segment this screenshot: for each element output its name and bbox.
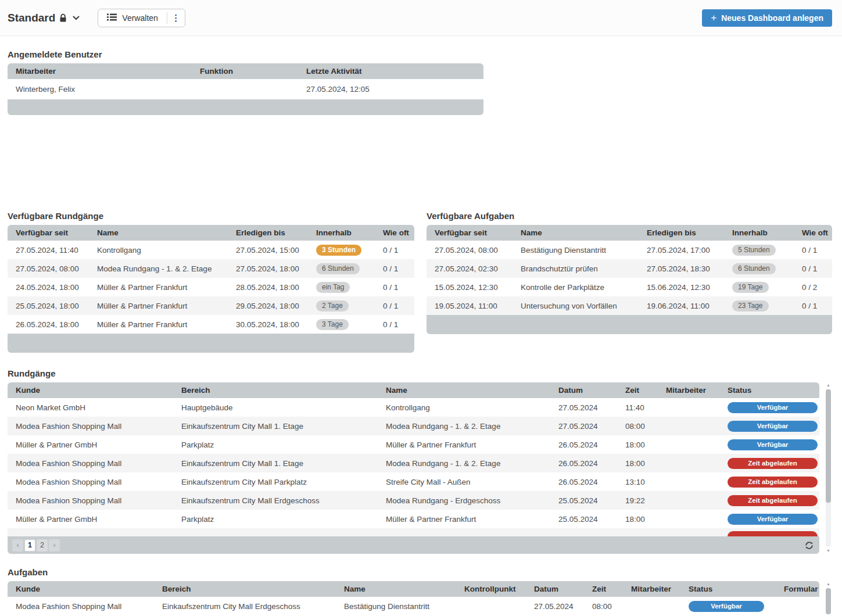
duration-badge: 23 Tage (732, 300, 769, 311)
section-title: Verfügbare Aufgaben (427, 212, 832, 220)
status-badge[interactable] (728, 531, 818, 536)
column-header: Datum (526, 585, 584, 593)
cell-innerhalb: 6 Stunden (308, 263, 375, 274)
cell-kunde: Modea Fashion Shopping Mall (8, 459, 173, 468)
duration-badge: 3 Tage (316, 319, 349, 330)
table-footer: ‹ 1 2 › (8, 536, 819, 554)
scrollbar-up-icon[interactable]: ▲ (826, 382, 830, 388)
cell-innerhalb: 3 Tage (308, 319, 375, 330)
cell-wie-oft: 0 / 1 (375, 320, 414, 329)
table-row[interactable]: Modea Fashion Shopping Mall Einkaufszent… (8, 491, 819, 510)
cell-bis: 30.05.2024, 18:00 (228, 320, 308, 329)
cell-innerhalb: 6 Stunden (724, 263, 794, 274)
cell-bis: 28.05.2024, 18:00 (228, 283, 308, 292)
column-header: Status (723, 386, 819, 395)
cell-innerhalb: 23 Tage (724, 300, 794, 311)
table-header: Kunde Bereich Name Kontrollpunkt Datum Z… (8, 581, 819, 597)
table-row[interactable]: Winterberg, Felix 27.05.2024, 12:05 (8, 79, 483, 99)
cell-seit: 19.05.2024, 11:00 (427, 302, 513, 310)
status-badge[interactable]: Zeit abgelaufen (728, 495, 818, 506)
table-row[interactable]: 26.05.2024, 18:00 Müller & Partner Frank… (8, 315, 414, 334)
cell-innerhalb: 2 Tage (308, 300, 375, 311)
cell-kunde: Modea Fashion Shopping Mall (8, 496, 173, 505)
table-row[interactable]: Modea Fashion Shopping Mall Einkaufszent… (8, 417, 819, 435)
cell-name: Streife City Mall - Außen (378, 478, 550, 486)
cell-name: Müller & Partner Frankfurt (89, 302, 228, 310)
pagination-next-button[interactable]: › (49, 539, 60, 551)
cell-datum: 26.05.2024 (550, 478, 617, 486)
column-header: Wie oft (375, 228, 414, 237)
scrollbar-down-icon[interactable]: ▼ (826, 548, 830, 554)
kebab-menu-button[interactable]: ⋮ (167, 9, 185, 27)
cell-bereich: Einkaufszentrum City Mall 1. Etage (173, 422, 378, 431)
cell-name: Müller & Partner Frankfurt (378, 515, 550, 524)
table-row[interactable]: Modea Fashion Shopping Mall Einkaufszent… (8, 472, 819, 491)
scrollbar[interactable]: ▲ (825, 581, 832, 615)
cell-name: Kontrolle der Parkplätze (513, 283, 639, 292)
cell-bis: 27.05.2024, 18:30 (639, 264, 724, 273)
manage-button[interactable]: Verwalten (98, 9, 166, 27)
pagination-page-2[interactable]: 2 (37, 539, 48, 551)
pagination-prev-button[interactable]: ‹ (12, 539, 23, 551)
table-row[interactable]: 27.05.2024, 11:40 Kontrollgang 27.05.202… (8, 241, 414, 259)
table-row[interactable]: Modea Fashion Shopping Mall Einkaufszent… (8, 597, 819, 615)
scrollbar-thumb[interactable] (826, 588, 831, 614)
column-header: Mitarbeiter (658, 386, 723, 395)
cell-name: Bestätigung Dienstantritt (513, 246, 639, 255)
scrollbar-track[interactable] (826, 588, 831, 614)
table-row[interactable]: Neon Market GmbH Hauptgebäude Kontrollga… (8, 398, 819, 417)
available-tasks-table: Verfügbar seit Name Erledigen bis Innerh… (427, 225, 832, 334)
table-row[interactable]: 27.05.2024, 08:00 Bestätigung Dienstantr… (427, 241, 832, 259)
column-header: Bereich (173, 386, 378, 395)
cell-wie-oft: 0 / 1 (375, 302, 414, 310)
table-row[interactable]: Müller & Partner GmbH Parkplatz Müller &… (8, 435, 819, 454)
dashboard-selector[interactable]: Standard (8, 12, 80, 24)
status-badge[interactable]: Verfügbar (689, 601, 764, 612)
status-badge[interactable]: Verfügbar (728, 439, 818, 450)
table-row[interactable]: 19.05.2024, 11:00 Untersuchung von Vorfä… (427, 296, 832, 315)
cell-bis: 29.05.2024, 18:00 (228, 302, 308, 310)
cell-datum: 26.05.2024 (550, 459, 617, 468)
duration-badge: 6 Stunden (316, 263, 360, 274)
column-header: Kunde (8, 585, 154, 593)
cell-zeit: 11:40 (617, 403, 658, 412)
column-header: Innerhalb (724, 228, 794, 237)
chevron-down-icon (72, 15, 80, 20)
cell-wie-oft: 0 / 1 (375, 264, 414, 273)
scrollbar-up-icon[interactable]: ▲ (826, 581, 830, 587)
table-row[interactable]: Müller & Partner GmbH Parkplatz Müller &… (8, 510, 819, 528)
table-footer (8, 99, 483, 115)
table-row[interactable]: 25.05.2024, 18:00 Müller & Partner Frank… (8, 296, 414, 315)
table-footer (8, 334, 414, 353)
duration-badge: ein Tag (316, 282, 350, 293)
scrollbar[interactable]: ▲ ▼ (825, 382, 832, 554)
refresh-icon[interactable] (805, 541, 814, 550)
cell-zeit: 18:00 (617, 440, 658, 449)
table-header: Mitarbeiter Funktion Letzte Aktivität (8, 63, 483, 79)
pagination-page-1[interactable]: 1 (24, 539, 35, 551)
topbar: Standard Verwalten ⋮ + Neues Dashboard a… (0, 0, 842, 36)
table-row[interactable]: 27.05.2024, 08:00 Modea Rundgang - 1. & … (8, 259, 414, 278)
column-header: Kontrollpunkt (456, 585, 526, 593)
table-row[interactable]: 24.05.2024, 18:00 Müller & Partner Frank… (8, 278, 414, 296)
status-badge[interactable]: Zeit abgelaufen (728, 458, 818, 469)
table-row-partial[interactable] (8, 528, 819, 536)
cell-bis: 15.06.2024, 12:30 (639, 283, 724, 292)
column-header: Formular (776, 585, 819, 593)
table-row[interactable]: Modea Fashion Shopping Mall Einkaufszent… (8, 454, 819, 472)
scrollbar-thumb[interactable] (826, 389, 831, 503)
table-row[interactable]: 27.05.2024, 02:30 Brandschutztür prüfen … (427, 259, 832, 278)
column-header: Erledigen bis (639, 228, 724, 237)
cell-datum: 25.05.2024 (550, 496, 617, 505)
cell-status: Verfügbar (723, 402, 819, 413)
status-badge[interactable]: Verfügbar (728, 514, 818, 525)
status-badge[interactable]: Verfügbar (728, 402, 818, 413)
status-badge[interactable]: Verfügbar (728, 421, 818, 432)
table-row[interactable]: 15.05.2024, 12:30 Kontrolle der Parkplät… (427, 278, 832, 296)
column-header: Zeit (584, 585, 623, 593)
status-badge[interactable]: Zeit abgelaufen (728, 477, 818, 488)
new-dashboard-button[interactable]: + Neues Dashboard anlegen (702, 9, 832, 27)
scrollbar-track[interactable] (826, 389, 831, 547)
cell-kunde: Neon Market GmbH (8, 403, 173, 412)
cell-innerhalb: 19 Tage (724, 282, 794, 293)
